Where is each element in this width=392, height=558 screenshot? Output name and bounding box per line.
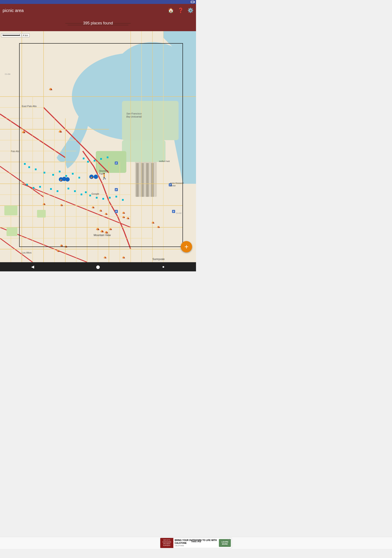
svg-rect-66 — [39, 186, 41, 188]
svg-rect-47 — [4, 206, 17, 215]
svg-rect-5 — [96, 151, 126, 173]
svg-text:Google: Google — [92, 192, 99, 195]
svg-rect-51 — [28, 166, 30, 168]
svg-text:CA-82: CA-82 — [176, 212, 182, 214]
scale-label: 2.4 km — [21, 34, 28, 37]
svg-text:⛺: ⛺ — [22, 130, 26, 133]
home-button[interactable]: ⬤ — [94, 262, 102, 271]
svg-text:⛺: ⛺ — [104, 230, 109, 234]
svg-text:⛺: ⛺ — [122, 215, 125, 218]
svg-rect-72 — [85, 191, 87, 193]
home-icon[interactable]: 🏠 — [168, 8, 174, 13]
svg-rect-77 — [115, 196, 117, 198]
svg-rect-50 — [24, 163, 26, 165]
svg-text:Sunnyvale: Sunnyvale — [153, 258, 165, 261]
svg-rect-75 — [102, 198, 104, 200]
recents-button[interactable]: ■ — [159, 262, 168, 271]
svg-rect-49 — [37, 210, 46, 218]
svg-rect-59 — [83, 157, 85, 159]
map-container[interactable]: P P P P P East Palo Alto San Francisco B… — [0, 31, 196, 262]
svg-text:⛺: ⛺ — [92, 205, 95, 208]
svg-rect-3 — [122, 101, 179, 140]
svg-text:⛺: ⛺ — [60, 203, 63, 206]
status-bar — [0, 0, 196, 4]
svg-rect-76 — [109, 197, 111, 199]
svg-text:⛺: ⛺ — [57, 249, 60, 252]
svg-rect-53 — [43, 172, 45, 174]
svg-rect-67 — [50, 188, 52, 190]
svg-text:Los Altos: Los Altos — [22, 251, 32, 254]
svg-rect-65 — [33, 187, 34, 189]
svg-rect-78 — [122, 199, 124, 201]
svg-point-113 — [94, 174, 98, 179]
svg-point-110 — [65, 177, 70, 182]
svg-text:⛺: ⛺ — [90, 176, 93, 179]
svg-rect-57 — [72, 173, 74, 174]
svg-rect-4 — [122, 140, 165, 162]
help-icon[interactable]: ❓ — [178, 8, 184, 13]
svg-text:🚶: 🚶 — [101, 173, 108, 180]
svg-text:P: P — [116, 210, 117, 213]
svg-rect-64 — [26, 184, 28, 185]
zoom-in-button[interactable]: + — [181, 241, 192, 253]
svg-text:P: P — [116, 162, 117, 165]
svg-text:Shoreline: Shoreline — [99, 170, 109, 172]
svg-rect-71 — [81, 193, 82, 195]
svg-text:Mountain View: Mountain View — [94, 234, 111, 237]
header: picnic area 🏠 ❓ ⚙️ — [0, 4, 196, 17]
svg-text:Moffett Field: Moffett Field — [159, 160, 170, 162]
svg-text:⛺: ⛺ — [157, 225, 160, 228]
svg-text:⛺: ⛺ — [122, 255, 125, 259]
svg-rect-7 — [136, 163, 139, 197]
svg-rect-62 — [100, 158, 102, 160]
map-svg: P P P P P East Palo Alto San Francisco B… — [0, 31, 196, 262]
svg-text:Ames Research: Ames Research — [170, 182, 184, 184]
svg-text:⛺: ⛺ — [43, 202, 46, 205]
svg-text:⛺: ⛺ — [96, 227, 100, 230]
svg-rect-63 — [107, 157, 109, 158]
bottom-nav: ◀ ⬤ ■ — [0, 262, 196, 271]
svg-text:P: P — [116, 189, 117, 191]
svg-text:Palo Alto: Palo Alto — [11, 150, 20, 153]
filter-icon[interactable]: ⚙️ — [187, 8, 193, 13]
svg-text:⛺: ⛺ — [60, 179, 62, 181]
svg-rect-9 — [146, 163, 149, 197]
svg-rect-70 — [74, 190, 76, 192]
places-found: 395 places found — [83, 21, 113, 25]
svg-text:CA-84: CA-84 — [5, 73, 10, 75]
svg-rect-74 — [96, 197, 98, 199]
svg-text:⛺: ⛺ — [49, 87, 53, 90]
svg-rect-55 — [59, 171, 60, 172]
svg-rect-54 — [52, 174, 54, 176]
scale-bar: 2.4 km — [1, 33, 30, 37]
svg-rect-60 — [87, 161, 89, 163]
battery-icon — [191, 1, 194, 3]
svg-text:Center: Center — [170, 185, 176, 187]
svg-rect-73 — [89, 195, 91, 196]
svg-rect-52 — [35, 168, 37, 170]
header-icons: 🏠 ❓ ⚙️ — [168, 8, 193, 13]
svg-text:⛺: ⛺ — [60, 243, 63, 246]
svg-text:East Palo Alto: East Palo Alto — [22, 105, 37, 107]
svg-text:⛺: ⛺ — [58, 129, 62, 133]
subheader: 395 places found — [0, 17, 196, 31]
svg-text:⛺: ⛺ — [64, 244, 68, 248]
svg-rect-58 — [78, 177, 80, 179]
svg-rect-69 — [68, 188, 69, 189]
svg-text:⛺: ⛺ — [100, 229, 104, 233]
svg-text:⛺: ⛺ — [122, 210, 125, 214]
svg-rect-61 — [94, 160, 95, 162]
app-title: picnic area — [3, 8, 168, 13]
svg-rect-48 — [7, 227, 17, 236]
svg-text:Bay (estuarial): Bay (estuarial) — [126, 115, 142, 118]
svg-text:⛺: ⛺ — [103, 255, 107, 259]
svg-text:San Francisco: San Francisco — [126, 112, 142, 115]
svg-text:⛺: ⛺ — [109, 227, 112, 230]
svg-text:⛺: ⛺ — [126, 216, 130, 219]
back-button[interactable]: ◀ — [28, 262, 37, 271]
svg-text:P: P — [173, 210, 174, 213]
svg-text:⛺: ⛺ — [99, 208, 102, 212]
svg-text:⛺: ⛺ — [151, 220, 155, 224]
svg-text:⛺: ⛺ — [104, 212, 108, 215]
svg-rect-56 — [65, 175, 67, 177]
